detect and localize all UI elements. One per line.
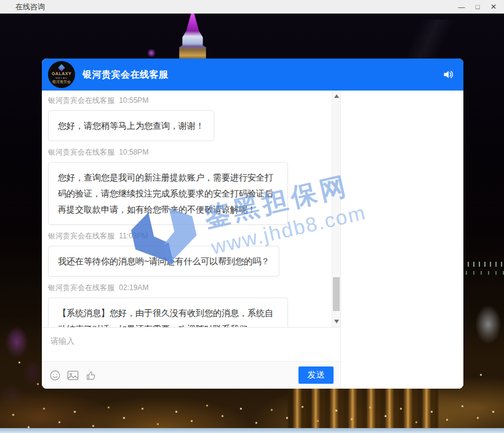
background-tower <box>173 14 212 59</box>
triangle-down-icon <box>334 320 339 323</box>
chat-window: GALAXY MACAU 银河贵宾会 银河贵宾会在线客服 <box>42 59 463 389</box>
message-time: 10:55PM <box>119 96 148 105</box>
background-water-strip <box>0 428 504 433</box>
message-sender: 银河贵宾会在线客服 <box>48 148 114 156</box>
message-meta: 银河贵宾会在线客服 10:58PM <box>48 147 327 158</box>
galaxy-logo: GALAXY MACAU 银河贵宾会 <box>48 61 75 88</box>
speaker-on-icon <box>442 68 455 81</box>
message-sender: 银河贵宾会在线客服 <box>48 96 114 105</box>
chat-header: GALAXY MACAU 银河贵宾会 银河贵宾会在线客服 <box>42 59 463 91</box>
message-bubble: 我还在等待你的消息哟~请问还有什么可以帮到您的吗？ <box>48 246 279 277</box>
message-group: 银河贵宾会在线客服 10:55PM 您好，请您稍等马上为您查询，谢谢！ <box>48 95 327 141</box>
composer-toolbar: 发送 <box>42 361 340 389</box>
chat-right-panel <box>340 91 463 389</box>
message-group: 银河贵宾会在线客服 10:58PM 您好，查询您是我司的新注册提款账户，需要进行… <box>48 147 327 225</box>
background-bridge-lights-2 <box>458 271 504 275</box>
scroll-down-arrow[interactable] <box>332 317 340 326</box>
message-meta: 银河贵宾会在线客服 11:03PM <box>48 231 327 241</box>
logo-text-galaxy: GALAXY <box>52 71 71 76</box>
message-sender: 银河贵宾会在线客服 <box>48 283 114 292</box>
scrollbar-thumb[interactable] <box>333 277 340 311</box>
message-time: 11:03PM <box>119 232 148 240</box>
window-titlebar: 在线咨询 — □ ✕ <box>0 0 504 14</box>
maximize-button[interactable]: □ <box>470 0 486 14</box>
message-scrollbar[interactable] <box>332 91 340 327</box>
message-time: 10:58PM <box>119 148 148 156</box>
message-meta: 银河贵宾会在线客服 02:19AM <box>48 283 327 293</box>
triangle-up-icon <box>334 94 339 98</box>
send-button[interactable]: 发送 <box>298 366 334 384</box>
message-bubble: 【系统消息】您好，由于很久没有收到您的消息，系统自动结束了对话。如果还有需要，欢… <box>48 297 288 327</box>
thumbs-up-icon[interactable] <box>85 370 97 381</box>
message-sender: 银河贵宾会在线客服 <box>48 232 114 240</box>
background-purple-light <box>148 49 155 57</box>
close-button[interactable]: ✕ <box>486 0 502 14</box>
scroll-up-arrow[interactable] <box>332 92 340 100</box>
chat-body: 银河贵宾会在线客服 10:55PM 您好，请您稍等马上为您查询，谢谢！ 银河贵宾… <box>42 91 463 389</box>
message-list: 银河贵宾会在线客服 10:55PM 您好，请您稍等马上为您查询，谢谢！ 银河贵宾… <box>42 91 332 327</box>
message-meta: 银河贵宾会在线客服 10:55PM <box>48 95 327 106</box>
message-time: 02:19AM <box>119 283 148 292</box>
message-bubble: 您好，查询您是我司的新注册提款账户，需要进行安全打码的验证，请您继续投注完成系统… <box>48 162 288 225</box>
background-bridge-lights <box>457 262 504 267</box>
screen: 在线咨询 — □ ✕ GALAXY MACAU 银河贵宾会 银河贵宾会在线客 <box>0 0 504 433</box>
sound-toggle[interactable] <box>442 68 455 81</box>
message-group: 银河贵宾会在线客服 11:03PM 我还在等待你的消息哟~请问还有什么可以帮到您… <box>48 231 327 277</box>
message-bubble: 您好，请您稍等马上为您查询，谢谢！ <box>48 110 214 141</box>
background-scattered-lights <box>0 14 2 15</box>
chat-left-column: 银河贵宾会在线客服 10:55PM 您好，请您稍等马上为您查询，谢谢！ 银河贵宾… <box>42 91 340 389</box>
image-upload-icon[interactable] <box>66 370 79 381</box>
emoji-icon[interactable] <box>49 370 61 381</box>
chat-header-title: 银河贵宾会在线客服 <box>82 69 169 81</box>
composer <box>42 328 340 361</box>
message-input[interactable] <box>42 328 340 361</box>
minimize-button[interactable]: — <box>454 0 470 14</box>
message-group: 银河贵宾会在线客服 02:19AM 【系统消息】您好，由于很久没有收到您的消息，… <box>48 283 327 327</box>
logo-diamond-icon <box>58 64 65 71</box>
logo-text-cn: 银河贵宾会 <box>52 79 71 84</box>
window-controls: — □ ✕ <box>454 0 504 14</box>
window-title: 在线咨询 <box>15 2 45 12</box>
message-area: 银河贵宾会在线客服 10:55PM 您好，请您稍等马上为您查询，谢谢！ 银河贵宾… <box>42 91 340 328</box>
